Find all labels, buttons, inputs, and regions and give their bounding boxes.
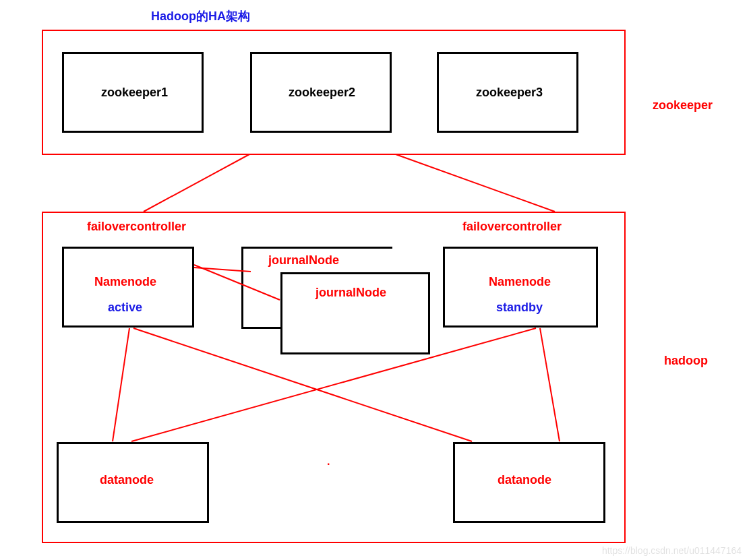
namenode-standby-name: Namenode [489,275,551,289]
datanode-left-label: datanode [100,473,154,487]
diagram-title: Hadoop的HA架构 [151,8,250,24]
watermark-text: https://blog.csdn.net/u011447164 [602,545,742,556]
svg-line-1 [396,154,555,212]
namenode-standby-state: standby [496,301,543,315]
journalnode-front-box [280,272,430,354]
zookeeper-node-3-label: zookeeper3 [476,86,543,100]
journalnode-back-label: journalNode [268,253,339,268]
zookeeper-node-2-label: zookeeper2 [289,86,355,100]
failovercontroller-label-right: failovercontroller [462,220,562,234]
namenode-active-name: Namenode [94,275,156,289]
zookeeper-cluster-label: zookeeper [653,98,713,113]
zookeeper-node-1-label: zookeeper1 [101,86,168,100]
journalnode-front-label: journalNode [316,286,386,300]
namenode-active-state: active [108,301,142,315]
hadoop-cluster-label: hadoop [664,354,708,368]
svg-line-0 [144,154,249,212]
failovercontroller-label-left: failovercontroller [87,220,186,234]
diagram-canvas: Hadoop的HA架构 zookeeper zookeeper1 zookeep… [0,0,751,560]
stray-dot: · [327,458,330,470]
datanode-right-label: datanode [498,473,551,487]
journalnode-back-top-right-stub [383,247,392,249]
